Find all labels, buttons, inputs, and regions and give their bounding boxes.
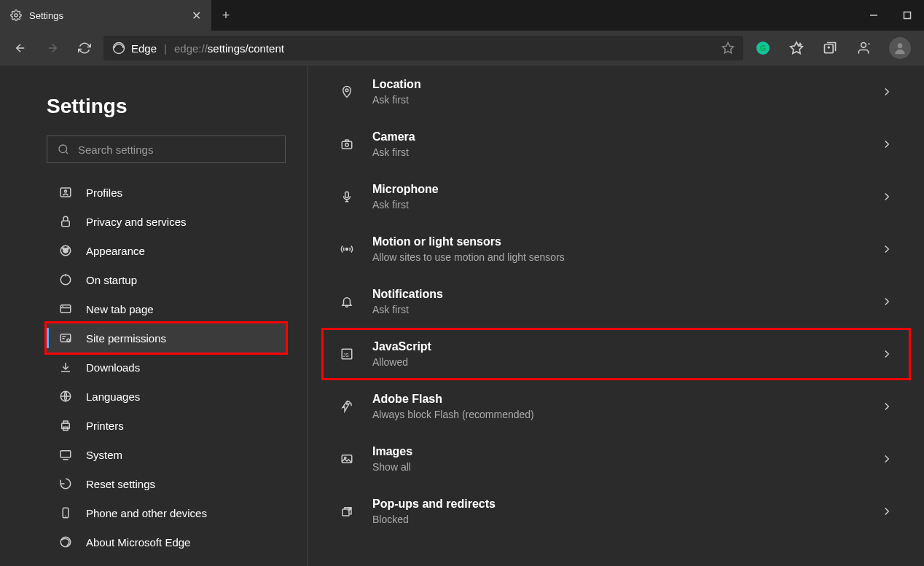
sidebar-item-label: Phone and other devices — [86, 507, 207, 519]
sidebar-item-languages[interactable]: Languages — [47, 382, 286, 411]
user-avatar[interactable] — [889, 37, 911, 59]
sidebar-item-icon — [58, 273, 73, 286]
toolbar: Edge | edge://settings/content G — [0, 31, 924, 66]
sidebar-item-icon — [58, 390, 73, 403]
permission-title: Location — [372, 78, 863, 91]
sidebar-item-label: Privacy and services — [86, 216, 187, 228]
permission-title: Microphone — [372, 183, 863, 196]
permission-title: Notifications — [372, 288, 863, 301]
sidebar-item-icon — [58, 477, 73, 490]
popups-icon — [339, 505, 355, 518]
notifications-icon — [339, 295, 355, 308]
address-bar[interactable]: Edge | edge://settings/content — [103, 36, 743, 60]
new-tab-button[interactable]: + — [211, 0, 240, 31]
svg-marker-5 — [791, 42, 803, 54]
sidebar-item-privacy-and-services[interactable]: Privacy and services — [47, 207, 286, 236]
sidebar-item-icon — [58, 331, 73, 345]
forward-button[interactable] — [39, 35, 66, 61]
svg-point-14 — [59, 145, 67, 153]
svg-rect-36 — [63, 421, 68, 423]
sidebar-item-icon — [58, 215, 73, 228]
search-icon — [58, 144, 69, 155]
images-icon — [339, 452, 355, 465]
permission-row-images[interactable]: ImagesShow all — [321, 433, 911, 485]
permission-subtitle: Allow sites to use motion and light sens… — [372, 251, 863, 263]
permission-title: Motion or light sensors — [372, 235, 863, 248]
svg-point-0 — [15, 14, 17, 17]
sidebar-item-icon — [58, 361, 73, 374]
chevron-right-icon — [880, 190, 893, 203]
search-settings-box[interactable] — [47, 135, 286, 163]
chevron-right-icon — [880, 138, 893, 151]
maximize-button[interactable] — [890, 0, 924, 31]
permission-title: Images — [372, 445, 863, 458]
permission-title: Adobe Flash — [372, 393, 863, 406]
minimize-button[interactable] — [857, 0, 890, 31]
svg-text:JS: JS — [343, 353, 349, 358]
sidebar-item-label: Reset settings — [86, 478, 155, 490]
svg-point-17 — [65, 190, 67, 192]
sidebar-item-printers[interactable]: Printers — [47, 411, 286, 440]
chevron-right-icon — [880, 347, 893, 361]
sidebar-item-label: System — [86, 449, 122, 461]
sidebar-item-icon — [58, 244, 73, 257]
permission-row-adobe-flash[interactable]: Adobe FlashAlways block Flash (recommend… — [321, 380, 911, 433]
permission-row-location[interactable]: LocationAsk first — [321, 66, 911, 118]
sidebar-item-icon — [58, 302, 73, 315]
permission-row-motion-or-light-sensors[interactable]: Motion or light sensorsAllow sites to us… — [321, 223, 911, 275]
sidebar-item-phone-and-other-devices[interactable]: Phone and other devices — [47, 498, 286, 527]
grammarly-extension-icon[interactable]: G — [749, 34, 777, 62]
sidebar-item-label: Site permissions — [86, 332, 166, 345]
chevron-right-icon — [880, 400, 893, 413]
titlebar: Settings ✕ + — [0, 0, 924, 31]
sidebar-item-icon — [58, 448, 73, 461]
sidebar-item-on-startup[interactable]: On startup — [47, 265, 286, 294]
permission-row-javascript[interactable]: JSJavaScriptAllowed — [321, 328, 911, 380]
sidebar-item-appearance[interactable]: Appearance — [47, 236, 286, 265]
sidebar-item-reset-settings[interactable]: Reset settings — [47, 469, 286, 498]
svg-rect-46 — [345, 192, 349, 197]
permission-subtitle: Ask first — [372, 94, 863, 106]
profile-menu-icon[interactable] — [850, 34, 877, 62]
collections-icon[interactable] — [816, 34, 844, 62]
sidebar-item-label: About Microsoft Edge — [86, 536, 190, 549]
permissions-panel: LocationAsk firstCameraAsk firstMicropho… — [308, 66, 924, 566]
svg-point-13 — [898, 43, 903, 48]
permission-subtitle: Blocked — [372, 514, 863, 525]
refresh-button[interactable] — [71, 35, 98, 61]
svg-rect-18 — [62, 221, 70, 227]
sidebar-item-downloads[interactable]: Downloads — [47, 353, 286, 382]
svg-point-11 — [861, 43, 866, 48]
gear-icon — [10, 9, 22, 21]
back-button[interactable] — [7, 35, 34, 61]
permission-row-microphone[interactable]: MicrophoneAsk first — [321, 170, 911, 223]
permission-row-camera[interactable]: CameraAsk first — [321, 118, 911, 170]
sidebar-item-profiles[interactable]: Profiles — [47, 178, 286, 207]
tab-title: Settings — [29, 10, 184, 21]
permission-subtitle: Ask first — [372, 304, 863, 315]
favorite-star-icon[interactable] — [721, 42, 735, 55]
sidebar-item-about-microsoft-edge[interactable]: About Microsoft Edge — [47, 527, 286, 557]
search-input[interactable] — [78, 144, 275, 156]
camera-icon — [339, 138, 355, 151]
permission-row-pop-ups-and-redirects[interactable]: Pop-ups and redirectsBlocked — [321, 485, 911, 538]
sidebar-item-icon — [58, 419, 73, 432]
sidebar-item-new-tab-page[interactable]: New tab page — [47, 294, 286, 323]
browser-tab[interactable]: Settings ✕ — [0, 0, 211, 31]
settings-sidebar: Settings ProfilesPrivacy and servicesApp… — [0, 66, 308, 566]
favorites-icon[interactable] — [783, 34, 810, 62]
permission-subtitle: Allowed — [372, 356, 863, 368]
permission-subtitle: Ask first — [372, 199, 863, 211]
sidebar-item-system[interactable]: System — [47, 440, 286, 469]
permission-title: Camera — [372, 130, 863, 144]
sidebar-item-site-permissions[interactable]: Site permissions — [47, 323, 286, 353]
permission-row-notifications[interactable]: NotificationsAsk first — [321, 275, 911, 328]
close-tab-icon[interactable]: ✕ — [192, 9, 201, 23]
chevron-right-icon — [880, 505, 893, 518]
location-icon — [339, 85, 355, 98]
chevron-right-icon — [880, 452, 893, 465]
svg-point-29 — [67, 339, 70, 342]
svg-point-47 — [346, 248, 348, 251]
sidebar-item-label: Languages — [86, 390, 140, 403]
permission-subtitle: Always block Flash (recommended) — [372, 409, 863, 420]
